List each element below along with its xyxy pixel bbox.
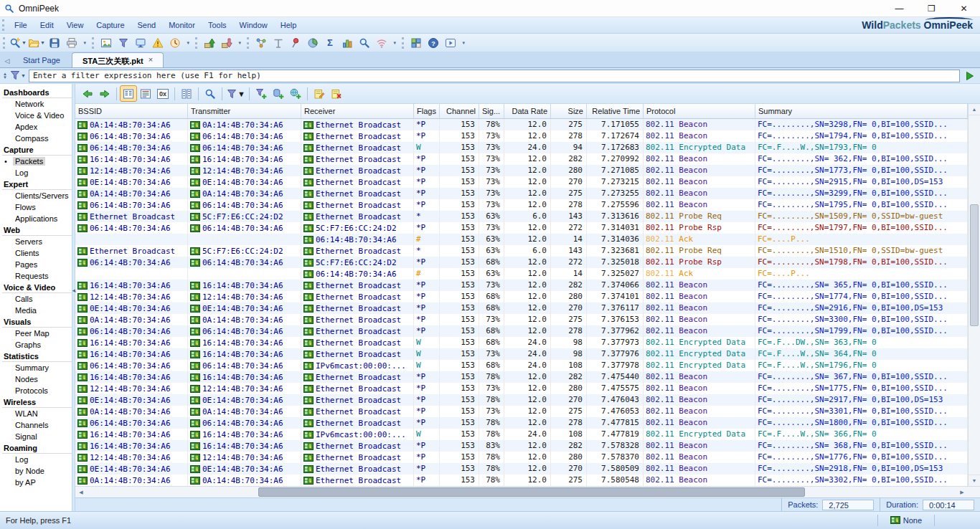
packet-row[interactable]: 06:14:4B:70:34:A606:14:4B:70:34:A6Ethern… [75,199,968,211]
menu-item-monitor[interactable]: Monitor [162,19,202,32]
packet-row[interactable]: 16:14:4B:70:34:A616:14:4B:70:34:A6Ethern… [75,280,968,291]
horizontal-scrollbar[interactable]: ◀ ▶ [75,486,980,497]
menu-item-window[interactable]: Window [233,19,274,32]
packet-row[interactable]: 0E:14:4B:70:34:A60E:14:4B:70:34:A6Ethern… [75,463,968,475]
packet-row[interactable]: 0A:14:4B:70:34:A60A:14:4B:70:34:A6Ethern… [75,119,968,130]
sidebar-item-log[interactable]: Log [0,454,72,466]
dropdown-arrow-icon[interactable]: ▼ [22,40,27,45]
dropdown-arrow-icon[interactable]: ▼ [40,40,45,45]
packet-row[interactable]: 06:14:4B:70:34:A606:14:4B:70:34:A6IPv6mc… [75,360,968,371]
view-decode-button[interactable] [138,86,154,101]
column-header-size[interactable]: Size [551,104,587,118]
choose-columns-button[interactable] [179,86,194,101]
bar-chart-button[interactable] [339,35,355,50]
resolve-names-button[interactable] [288,86,303,101]
view-hex-button[interactable]: 0x [155,86,171,101]
toolbar-grip[interactable] [3,37,6,49]
alarm-button[interactable] [150,35,166,50]
apply-filter-button[interactable] [962,69,978,83]
sidebar-item-media[interactable]: Media [0,305,72,317]
scroll-left-icon[interactable]: ◀ [75,487,87,497]
sidebar-item-servers[interactable]: Servers [0,237,72,248]
image-button[interactable] [98,35,114,50]
media-play-button[interactable] [443,35,458,50]
sidebar-item-signal[interactable]: Signal [0,432,72,443]
clock-button[interactable] [167,35,183,50]
help-button[interactable]: ? [425,35,441,50]
sidebar-item-calls[interactable]: Calls [0,294,72,305]
monitor-screen-button[interactable] [133,35,149,50]
sidebar-item-apdex[interactable]: Apdex [0,122,72,133]
column-header-transmitter[interactable]: Transmitter [188,104,301,118]
filter-funnel-button[interactable] [116,35,131,50]
sidebar-item-by-ap[interactable]: by AP [0,477,72,489]
sidebar-item-wlan[interactable]: WLAN [0,409,72,420]
packet-row[interactable]: 12:14:4B:70:34:A612:14:4B:70:34:A6Ethern… [75,452,968,463]
column-header-relative-time[interactable]: Relative Time [587,104,644,118]
nav-back-button[interactable] [80,86,95,101]
wifi-button[interactable] [374,35,390,50]
packet-row[interactable]: 0E:14:4B:70:34:A60E:14:4B:70:34:A6Ethern… [75,394,968,406]
dropdown-arrow-icon[interactable]: ▼ [237,90,245,98]
sidebar-item-graphs[interactable]: Graphs [0,340,72,351]
packet-row[interactable]: 16:14:4B:70:34:A616:14:4B:70:34:A6IPv6mc… [75,429,968,440]
column-header-summary[interactable]: Summary [755,104,968,118]
packet-row[interactable]: Ethernet Broadcast5C:F7:E6:CC:24:D2Ether… [75,245,968,257]
sidebar-item-summary[interactable]: Summary [0,363,72,374]
menu-item-capture[interactable]: Capture [90,19,131,32]
sidebar-item-pages[interactable]: Pages [0,259,72,271]
nav-forward-button[interactable] [97,86,113,101]
filter-spinner[interactable]: ▲▼ [3,72,7,80]
sidebar-item-flows[interactable]: Flows [0,202,72,214]
packet-row[interactable]: 0A:14:4B:70:34:A60A:14:4B:70:34:A6Ethern… [75,188,968,199]
packet-row[interactable]: 06:14:4B:70:34:A606:14:4B:70:34:A6Ethern… [75,417,968,429]
minimize-button[interactable]: — [883,0,915,17]
sidebar-item-clients-servers[interactable]: Clients/Servers [0,191,72,202]
delete-note-button[interactable] [329,86,344,101]
window-grid-button[interactable] [408,35,424,50]
toolbar-grip[interactable] [92,37,95,49]
packet-row[interactable]: 12:14:4B:70:34:A612:14:4B:70:34:A6Ethern… [75,291,968,302]
column-header-flags[interactable]: Flags [414,104,440,118]
menu-item-view[interactable]: View [60,19,90,32]
new-capture-button[interactable]: ▼ [9,35,27,50]
scroll-up-icon[interactable]: ▲ [969,104,980,115]
sidebar-item-nodes[interactable]: Nodes [0,374,72,386]
menu-item-file[interactable]: File [8,19,34,32]
toolbar-grip[interactable] [247,37,250,49]
receive-packets-button[interactable] [219,35,235,50]
packet-row[interactable]: 0E:14:4B:70:34:A60E:14:4B:70:34:A6Ethern… [75,302,968,314]
packet-row[interactable]: 12:14:4B:70:34:A612:14:4B:70:34:A6Ethern… [75,383,968,394]
open-folder-button[interactable]: ▼ [28,35,45,50]
menu-item-send[interactable]: Send [131,19,163,32]
packet-row[interactable]: 06:14:4B:70:34:A606:14:4B:70:34:A65C:F7:… [75,222,968,234]
filter-funnel-button[interactable]: ▼ [226,86,245,101]
vertical-scroll-thumb[interactable] [970,204,979,326]
packet-row[interactable]: 06:14:4B:70:34:A606:14:4B:70:34:A6Ethern… [75,142,968,153]
sidebar-item-log[interactable]: Log [0,168,72,179]
packet-row[interactable]: 16:14:4B:70:34:A616:14:4B:70:34:A6Ethern… [75,348,968,360]
toolbar-grip[interactable] [195,37,198,49]
tab-scroll-left-icon[interactable]: ◁ [1,54,13,67]
zoom-pane-button[interactable] [202,86,218,101]
print-button[interactable] [64,35,80,50]
tab-close-icon[interactable]: × [149,56,153,64]
sidebar-item-clients[interactable]: Clients [0,248,72,259]
adapter-status[interactable]: None [883,516,929,525]
save-button[interactable] [47,35,62,50]
menu-item-help[interactable]: Help [274,19,303,32]
maximize-button[interactable]: ❒ [915,0,948,17]
sidebar-item-voice-video[interactable]: Voice & Video [0,110,72,122]
packet-row[interactable]: 0A:14:4B:70:34:A60A:14:4B:70:34:A6Ethern… [75,314,968,325]
menu-item-tools[interactable]: Tools [202,19,233,32]
packet-row[interactable]: 16:14:4B:70:34:A616:14:4B:70:34:A6Ethern… [75,337,968,348]
horizontal-scroll-thumb[interactable] [258,487,805,497]
scroll-right-icon[interactable]: ▶ [956,487,968,497]
insert-name-table-button[interactable] [270,86,286,101]
packet-row[interactable]: Ethernet Broadcast5C:F7:E6:CC:24:D2Ether… [75,211,968,222]
sidebar-item-protocols[interactable]: Protocols [0,386,72,397]
map-pin-button[interactable] [288,35,303,50]
menu-grip[interactable] [2,19,5,31]
tab-start-page[interactable]: Start Page [13,54,70,67]
sidebar-item-network[interactable]: Network [0,99,72,110]
